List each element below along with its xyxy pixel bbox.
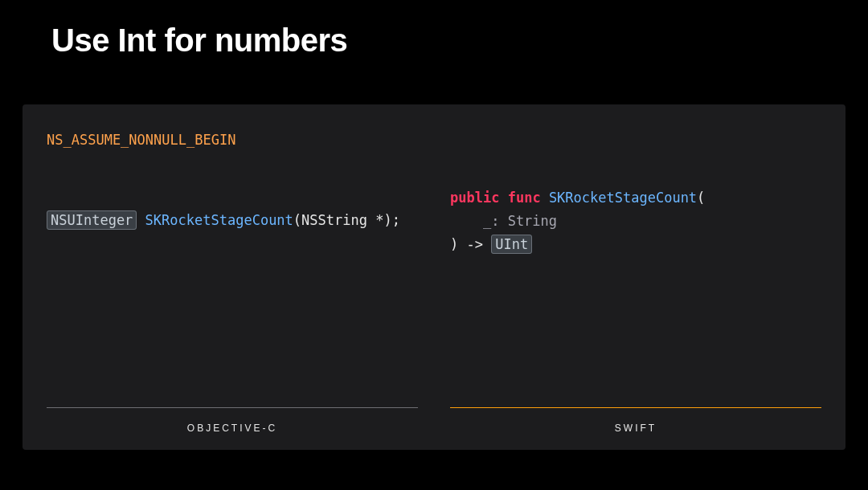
objc-divider bbox=[47, 407, 418, 408]
objc-return-type-highlight: NSUInteger bbox=[47, 210, 137, 230]
objc-label: OBJECTIVE-C bbox=[47, 423, 418, 434]
swift-code: public func SKRocketStageCount( _: Strin… bbox=[450, 186, 821, 256]
objc-params: (NSString *); bbox=[293, 212, 400, 228]
swift-func-name: SKRocketStageCount bbox=[549, 190, 697, 206]
swift-label: SWIFT bbox=[450, 423, 821, 434]
swift-close-arrow: ) -> bbox=[450, 236, 491, 252]
swift-column: public func SKRocketStageCount( _: Strin… bbox=[450, 186, 821, 434]
swift-kw-func: func bbox=[508, 190, 541, 206]
code-columns: NSUInteger SKRocketStageCount(NSString *… bbox=[47, 186, 821, 434]
slide-title: Use Int for numbers bbox=[0, 0, 868, 59]
macro-directive: NS_ASSUME_NONNULL_BEGIN bbox=[47, 132, 821, 148]
swift-return-type-highlight: UInt bbox=[491, 235, 532, 254]
objc-column: NSUInteger SKRocketStageCount(NSString *… bbox=[47, 186, 418, 434]
objc-code: NSUInteger SKRocketStageCount(NSString *… bbox=[47, 186, 418, 232]
objc-func-name: SKRocketStageCount bbox=[145, 212, 293, 228]
swift-open-paren: ( bbox=[697, 190, 705, 206]
code-panel: NS_ASSUME_NONNULL_BEGIN NSUInteger SKRoc… bbox=[23, 104, 845, 450]
swift-kw-public: public bbox=[450, 190, 499, 206]
swift-footer: SWIFT bbox=[450, 407, 821, 434]
swift-divider bbox=[450, 407, 821, 408]
objc-footer: OBJECTIVE-C bbox=[47, 407, 418, 434]
swift-param: _: String bbox=[450, 213, 557, 229]
